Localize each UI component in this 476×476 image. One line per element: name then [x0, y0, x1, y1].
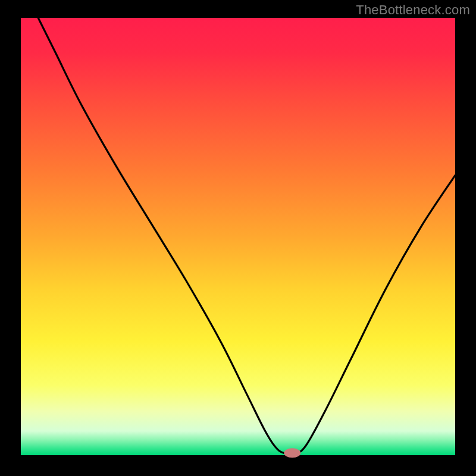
- bottleneck-chart: [0, 0, 476, 476]
- watermark-text: TheBottleneck.com: [356, 2, 470, 18]
- plot-background: [21, 18, 455, 455]
- chart-container: TheBottleneck.com: [0, 0, 476, 476]
- optimal-marker: [284, 448, 300, 458]
